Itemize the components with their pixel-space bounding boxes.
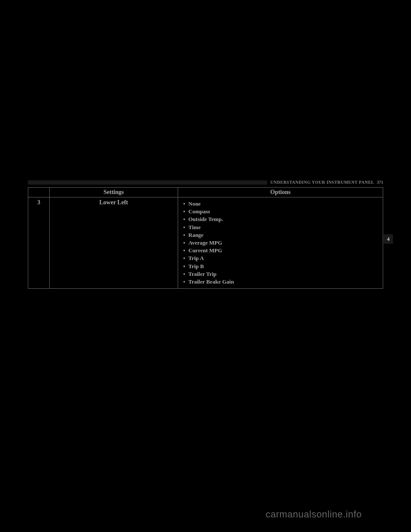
option-item: Current MPG [182,247,378,254]
option-item: Trailer Brake Gain [182,278,378,286]
row-setting: Lower Left [50,197,178,289]
row-options: None Compass Outside Temp. Time Range Av… [178,197,383,289]
option-item: Trailer Trip [182,270,378,278]
header-col-options: Options [178,188,383,197]
table-row: 3 Lower Left None Compass Outside Temp. … [28,197,383,289]
section-tab: 4 [384,234,393,244]
row-number: 3 [28,197,50,289]
option-item: Time [182,224,378,231]
header-col-number [28,188,50,197]
option-item: Trip A [182,254,378,262]
header-title: UNDERSTANDING YOUR INSTRUMENT PANEL [271,180,374,185]
option-item: Range [182,231,378,239]
header-col-settings: Settings [50,188,178,197]
watermark: carmanualsonline.info [265,509,362,520]
header-bar [28,180,267,185]
options-list: None Compass Outside Temp. Time Range Av… [182,199,378,287]
option-item: Compass [182,208,378,215]
option-item: Outside Temp. [182,215,378,223]
page-header: UNDERSTANDING YOUR INSTRUMENT PANEL 371 [28,180,383,185]
table-header-row: Settings Options [28,188,383,197]
option-item: Trip B [182,263,378,270]
option-item: None [182,200,378,208]
page-content: UNDERSTANDING YOUR INSTRUMENT PANEL 371 … [28,180,383,289]
option-item: Average MPG [182,239,378,247]
page-number: 371 [377,180,383,185]
settings-table: Settings Options 3 Lower Left None Compa… [28,187,383,289]
